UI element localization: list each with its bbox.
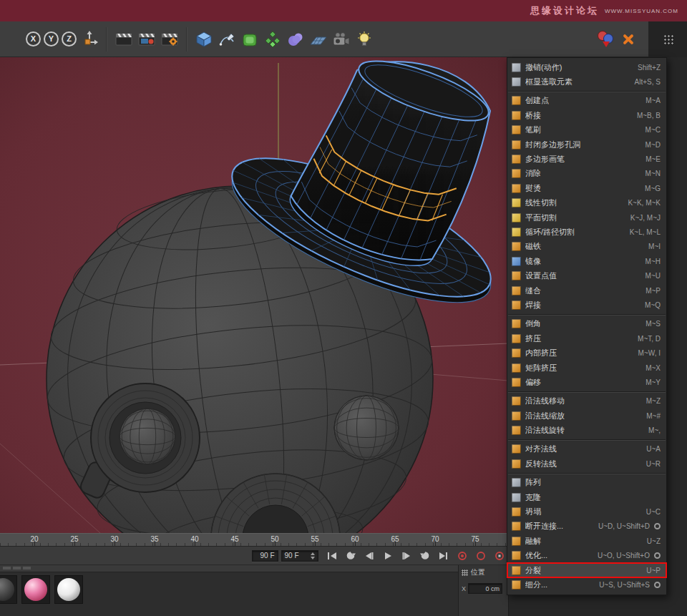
menu-item-20[interactable]: 矩阵挤压M~X	[507, 361, 666, 375]
menu-item-21[interactable]: 偏移M~Y	[507, 375, 666, 389]
material-swatch-white[interactable]	[54, 575, 83, 604]
previous-frame-icon	[364, 552, 375, 560]
play-forward-button[interactable]	[379, 549, 396, 563]
record-keyframe-icon	[457, 551, 468, 561]
bevel-icon	[512, 319, 521, 328]
play-loop-button[interactable]	[341, 549, 359, 563]
cloner-icon	[264, 31, 281, 48]
menu-item-shortcut: M~N	[645, 170, 661, 177]
options-gear-icon[interactable]	[654, 582, 661, 588]
cloner-button[interactable]	[261, 24, 284, 55]
menu-item-shortcut: M~G	[645, 185, 661, 192]
menu-item-shortcut: U~Z	[647, 537, 661, 545]
selection-spheres-button[interactable]	[594, 24, 617, 55]
menu-item-17[interactable]: 倒角M~S	[507, 317, 666, 331]
menu-item-shortcut: M~X	[645, 364, 661, 372]
menu-item-11[interactable]: 循环/路径切割K~L, M~L	[507, 225, 666, 239]
menu-item-15[interactable]: 缝合M~P	[507, 283, 666, 298]
menu-item-23[interactable]: 沿法线缩放M~#	[507, 409, 666, 423]
axis-lock-x-button[interactable]: X	[26, 31, 41, 47]
edit-render-settings-button[interactable]	[158, 24, 181, 55]
menu-item-31[interactable]: 融解U~Z	[507, 534, 666, 548]
menu-item-6[interactable]: 多边形画笔M~E	[507, 152, 666, 166]
options-gear-icon[interactable]	[654, 523, 661, 529]
menu-item-2[interactable]: 创建点M~A	[507, 94, 666, 108]
frame-spinner[interactable]	[311, 552, 315, 559]
menu-item-30[interactable]: 断开连接...U~D, U~Shift+D	[507, 519, 666, 534]
spline-pen-button[interactable]	[215, 24, 238, 55]
coordinate-system-button[interactable]	[78, 24, 101, 55]
next-frame-button[interactable]	[397, 549, 415, 563]
menu-item-shortcut: K~L, M~L	[630, 228, 661, 236]
bridge-icon	[512, 111, 521, 120]
subdivision-surface-button[interactable]	[238, 24, 261, 55]
weld-icon	[512, 300, 521, 310]
goto-end-button[interactable]	[434, 549, 452, 563]
palette-dots-button[interactable]	[659, 24, 676, 55]
menu-item-14[interactable]: 设置点值M~U	[507, 268, 666, 283]
menu-item-25[interactable]: 对齐法线U~A	[507, 442, 666, 456]
render-to-picture-viewer-button[interactable]	[135, 24, 158, 55]
menu-item-32[interactable]: 优化...U~O, U~Shift+O	[507, 549, 666, 563]
goto-start-button[interactable]	[323, 549, 341, 563]
menu-item-shortcut: U~P	[646, 567, 661, 575]
axis-lock-z-button[interactable]: Z	[62, 31, 77, 47]
menu-item-33[interactable]: 分裂U~P	[507, 563, 666, 577]
camera-button[interactable]	[330, 24, 353, 55]
light-icon	[356, 31, 373, 48]
menu-item-28[interactable]: 克隆	[507, 490, 666, 504]
menu-item-29[interactable]: 坍塌U~C	[507, 504, 666, 519]
material-swatch-pink[interactable]	[21, 575, 50, 604]
timeline-ruler[interactable]: 202530354045505560657075	[0, 533, 508, 547]
light-button[interactable]	[353, 24, 376, 55]
end-frame-field[interactable]: 90 F	[281, 550, 318, 562]
menu-item-10[interactable]: 平面切割K~J, M~J	[507, 210, 666, 225]
loop-mode-button[interactable]	[416, 549, 434, 563]
menu-item-shortcut: M~Q	[645, 301, 661, 309]
menu-item-24[interactable]: 沿法线旋转M~,	[507, 423, 666, 437]
floor-button[interactable]	[307, 24, 330, 55]
menu-item-shortcut: M~Y	[645, 378, 661, 386]
menu-item-8[interactable]: 熨烫M~G	[507, 181, 666, 195]
menu-item-34[interactable]: 细分...U~S, U~Shift+S	[507, 577, 666, 592]
add-cube-button[interactable]	[193, 24, 215, 55]
close-x-button[interactable]	[617, 24, 640, 55]
menu-item-12[interactable]: 磁铁M~I	[507, 240, 666, 254]
menu-item-26[interactable]: 反转法线U~R	[507, 456, 666, 471]
current-frame-field[interactable]: 90 F	[252, 550, 278, 562]
render-view-button[interactable]	[112, 24, 135, 55]
menu-item-4[interactable]: 笔刷M~C	[507, 123, 666, 137]
options-gear-icon[interactable]	[654, 552, 661, 559]
menu-item-16[interactable]: 焊接M~Q	[507, 298, 666, 312]
timeline-tick-mark	[195, 542, 195, 547]
toolbar-separator	[186, 27, 187, 52]
smooth-shift-icon	[512, 378, 521, 387]
menu-item-shortcut: U~R	[646, 460, 661, 468]
menu-item-shortcut: U~D, U~Shift+D	[598, 522, 650, 530]
previous-frame-button[interactable]	[360, 549, 378, 563]
menu-item-label: 消除	[525, 168, 641, 179]
menu-item-19[interactable]: 内部挤压M~W, I	[507, 346, 666, 360]
record-keyframe-button[interactable]	[453, 549, 471, 563]
menu-item-27[interactable]: 阵列	[507, 476, 666, 490]
autokey-toggle-button[interactable]	[472, 549, 489, 563]
menu-item-label: 对齐法线	[525, 444, 642, 454]
axis-lock-y-button[interactable]: Y	[44, 31, 59, 47]
menu-item-3[interactable]: 桥接M~B, B	[507, 108, 666, 122]
x-position-field[interactable]: 0 cm	[468, 583, 502, 594]
menu-item-13[interactable]: 镜像M~H	[507, 254, 666, 268]
metaball-button[interactable]	[284, 24, 307, 55]
menu-item-22[interactable]: 沿法线移动M~Z	[507, 394, 666, 409]
material-manager-header	[0, 565, 458, 572]
menu-item-1[interactable]: 框显选取元素Alt+S, S	[507, 74, 666, 89]
material-swatch-dark[interactable]	[0, 575, 17, 604]
plane-cut-icon	[512, 213, 521, 223]
menu-item-7[interactable]: 消除M~N	[507, 167, 666, 181]
viewport[interactable]	[0, 57, 508, 533]
menu-item-9[interactable]: 线性切割K~K, M~K	[507, 196, 666, 210]
menu-item-18[interactable]: 挤压M~T, D	[507, 331, 666, 346]
keyframe-selection-button[interactable]	[490, 549, 508, 563]
menu-item-5[interactable]: 封闭多边形孔洞M~D	[507, 137, 666, 152]
menu-item-0[interactable]: 撤销(动作)Shift+Z	[507, 60, 666, 74]
menu-item-label: 撤销(动作)	[525, 62, 633, 73]
